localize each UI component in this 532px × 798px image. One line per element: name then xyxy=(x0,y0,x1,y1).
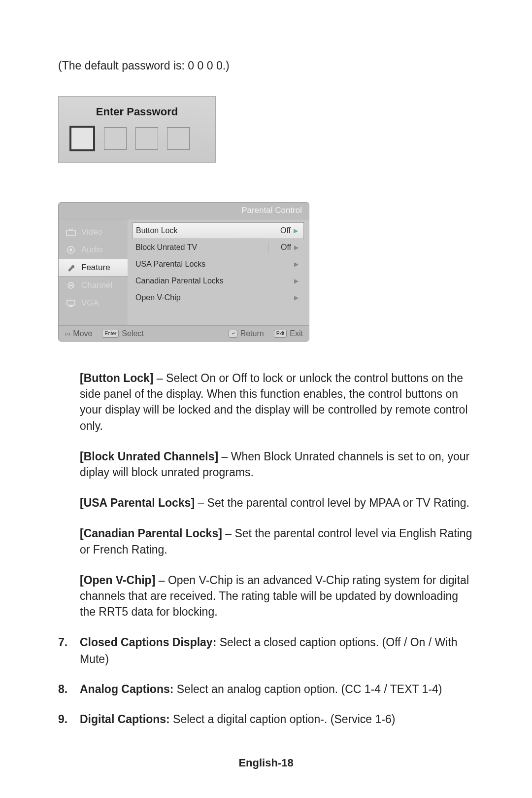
antenna-icon xyxy=(66,281,76,290)
osd-row-label: Button Lock xyxy=(136,226,270,235)
chevron-right-icon: ▶ xyxy=(294,294,301,301)
footer-exit: Exit Exit xyxy=(274,329,303,338)
chevron-right-icon: ▶ xyxy=(294,244,301,251)
chevron-right-icon: ▶ xyxy=(294,227,300,234)
footer-move: ‹◦› Move xyxy=(65,329,92,338)
password-digit-1[interactable] xyxy=(69,126,95,151)
sidebar-item-feature[interactable]: Feature xyxy=(59,259,128,277)
osd-row-canadian-locks[interactable]: Canadian Parental Locks ▶ xyxy=(133,273,304,289)
sidebar-item-audio[interactable]: Audio xyxy=(59,241,128,259)
desc-button-lock: [Button Lock] – Select On or Off to lock… xyxy=(80,370,474,434)
exit-key-icon: Exit xyxy=(274,330,287,338)
list-item-7: 7. Closed Captions Display: Select a clo… xyxy=(58,634,474,667)
osd-sidebar: Video Audio Feature Channel VGA xyxy=(59,219,128,325)
svg-rect-4 xyxy=(67,300,75,305)
osd-footer: ‹◦› Move Enter Select ⤶ Return Exit Exit xyxy=(59,325,309,341)
osd-row-button-lock[interactable]: Button Lock Off ▶ xyxy=(133,222,304,239)
osd-row-block-unrated[interactable]: Block Unrated TV Off ▶ xyxy=(133,239,304,256)
list-item-number: 8. xyxy=(58,681,80,697)
osd-row-open-vchip[interactable]: Open V-Chip ▶ xyxy=(133,289,304,306)
desc-block-unrated: [Block Unrated Channels] – When Block Un… xyxy=(80,449,474,480)
separator xyxy=(268,243,268,252)
return-key-icon: ⤶ xyxy=(229,330,237,338)
descriptions: [Button Lock] – Select On or Off to lock… xyxy=(58,370,474,620)
list-item-8: 8. Analog Captions: Select an analog cap… xyxy=(58,681,474,697)
desc-canadian-locks: [Canadian Parental Locks] – Set the pare… xyxy=(80,525,474,557)
wrench-icon xyxy=(66,263,76,272)
osd-title: Parental Control xyxy=(241,206,302,215)
password-digit-4[interactable] xyxy=(167,127,190,150)
password-digit-2[interactable] xyxy=(104,127,127,150)
sidebar-item-label: Channel xyxy=(81,280,112,290)
numbered-list: 7. Closed Captions Display: Select a clo… xyxy=(58,634,474,728)
sidebar-item-video[interactable]: Video xyxy=(59,223,128,241)
footer-exit-label: Exit xyxy=(290,329,303,338)
osd-menu: Parental Control Video Audio Feature xyxy=(58,202,309,342)
password-box-title: Enter Password xyxy=(66,105,207,118)
speaker-icon xyxy=(66,245,76,254)
svg-point-2 xyxy=(70,249,72,251)
osd-content: Button Lock Off ▶ Block Unrated TV Off ▶… xyxy=(128,219,309,325)
password-digit-3[interactable] xyxy=(135,127,158,150)
osd-row-value: Off xyxy=(270,243,294,252)
osd-row-label: Canadian Parental Locks xyxy=(135,277,270,285)
sidebar-item-vga[interactable]: VGA xyxy=(59,294,128,312)
page-footer: English-18 xyxy=(0,757,532,769)
list-item-9: 9. Digital Captions: Select a digital ca… xyxy=(58,711,474,728)
password-digits xyxy=(66,127,207,151)
osd-row-label: Block Unrated TV xyxy=(135,243,266,252)
sidebar-item-label: Feature xyxy=(81,263,110,273)
osd-row-label: USA Parental Locks xyxy=(135,260,270,269)
osd-row-label: Open V-Chip xyxy=(135,293,270,302)
desc-usa-locks: [USA Parental Locks] – Set the parental … xyxy=(80,495,474,511)
list-item-number: 7. xyxy=(58,634,80,667)
sidebar-item-channel[interactable]: Channel xyxy=(59,277,128,294)
tv-icon xyxy=(66,228,76,237)
svg-rect-0 xyxy=(66,230,75,236)
sidebar-item-label: Audio xyxy=(81,245,102,255)
svg-rect-5 xyxy=(69,306,72,307)
enter-key-icon: Enter xyxy=(102,330,119,338)
desc-open-vchip: [Open V-Chip] – Open V-Chip is an advanc… xyxy=(80,572,474,620)
password-box: Enter Password xyxy=(58,96,216,163)
chevron-right-icon: ▶ xyxy=(294,278,301,284)
osd-row-usa-locks[interactable]: USA Parental Locks ▶ xyxy=(133,256,304,273)
monitor-icon xyxy=(66,299,76,308)
osd-row-value: Off xyxy=(270,226,294,235)
intro-text: (The default password is: 0 0 0 0.) xyxy=(58,59,474,72)
osd-titlebar: Parental Control xyxy=(59,203,309,219)
chevron-right-icon: ▶ xyxy=(294,261,301,268)
footer-select: Enter Select xyxy=(102,329,143,338)
footer-return: ⤶ Return xyxy=(229,329,264,338)
sidebar-item-label: Video xyxy=(81,227,102,237)
footer-return-label: Return xyxy=(240,329,264,338)
nav-arrows-icon: ‹◦› xyxy=(65,330,70,338)
list-item-number: 9. xyxy=(58,711,80,728)
footer-move-label: Move xyxy=(73,329,92,338)
footer-select-label: Select xyxy=(122,329,143,338)
sidebar-item-label: VGA xyxy=(81,298,99,308)
